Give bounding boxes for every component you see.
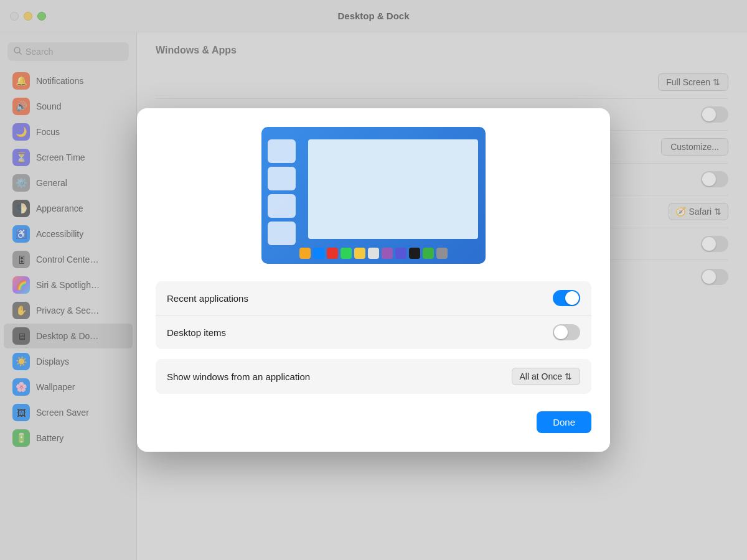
modal-overlay: Recent applications Desktop items Show w…	[0, 0, 747, 560]
desktop-items-toggle[interactable]	[553, 324, 580, 340]
dock-icon-11	[436, 248, 448, 259]
preview-desktop-area	[308, 139, 478, 239]
desktop-items-row: Desktop items	[156, 315, 591, 349]
dock-icon-7	[382, 248, 393, 259]
preview-sidebar-icon-1	[268, 139, 296, 163]
show-windows-label: Show windows from an application	[167, 371, 310, 382]
dock-icon-5	[354, 248, 365, 259]
dock-icon-6	[368, 248, 379, 259]
recent-applications-row: Recent applications	[156, 281, 591, 315]
recent-applications-toggle[interactable]	[553, 290, 580, 306]
dock-icon-10	[423, 248, 434, 259]
preview-dock-icons	[299, 248, 448, 259]
recent-applications-label: Recent applications	[167, 293, 248, 304]
modal-dialog: Recent applications Desktop items Show w…	[137, 108, 610, 452]
modal-settings-section-1: Recent applications Desktop items	[156, 281, 591, 349]
dock-preview	[261, 127, 486, 264]
dock-icon-8	[395, 248, 406, 259]
desktop-items-label: Desktop items	[167, 327, 226, 338]
all-at-once-chevron-icon: ⇅	[565, 371, 572, 381]
dock-icon-2	[313, 248, 324, 259]
dock-icon-3	[327, 248, 338, 259]
preview-sidebar-icon-3	[268, 194, 296, 218]
all-at-once-selector[interactable]: All at Once ⇅	[512, 368, 580, 385]
main-window: Desktop & Dock Search 🔔 Notific	[0, 0, 747, 560]
dock-icon-4	[341, 248, 352, 259]
all-at-once-value: All at Once	[520, 371, 562, 381]
preview-sidebar-icon-2	[268, 167, 296, 190]
done-button[interactable]: Done	[537, 411, 591, 433]
dock-icon-1	[299, 248, 311, 259]
show-windows-row: Show windows from an application All at …	[156, 359, 591, 394]
dock-icon-9	[409, 248, 420, 259]
modal-footer: Done	[156, 411, 591, 433]
preview-sidebar-icon-4	[268, 222, 296, 245]
preview-sidebar-icons	[268, 139, 296, 245]
